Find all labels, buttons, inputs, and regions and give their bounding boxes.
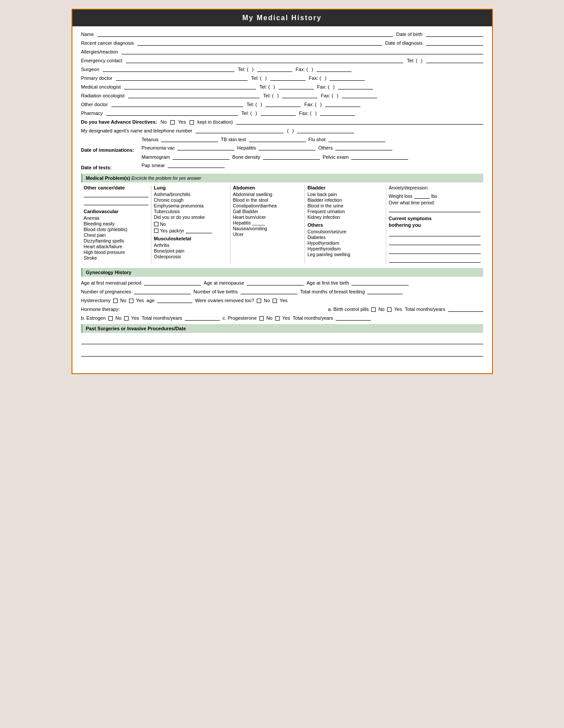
others-imm-field[interactable] bbox=[335, 144, 392, 150]
first-birth-field[interactable] bbox=[352, 279, 409, 285]
hysterectomy-no-checkbox[interactable] bbox=[113, 299, 118, 303]
name-label: Name bbox=[81, 32, 94, 37]
tests-label: Date of tests: bbox=[81, 165, 138, 170]
pneumonia-field[interactable] bbox=[177, 144, 234, 150]
advance-yes-checkbox[interactable] bbox=[190, 120, 194, 125]
cancer-date-2[interactable] bbox=[84, 200, 148, 205]
col-abdomen: Abdomen Abdominal swelling Blood in the … bbox=[230, 185, 305, 264]
emergency-label: Emergency contact bbox=[81, 58, 122, 63]
emergency-field[interactable] bbox=[126, 57, 403, 63]
others-title: Others bbox=[308, 222, 383, 228]
hepatitis-imm-field[interactable] bbox=[259, 144, 316, 150]
advance-yes: Yes bbox=[178, 119, 186, 125]
surgeon-field[interactable] bbox=[103, 66, 234, 72]
menopause-field[interactable] bbox=[247, 279, 304, 285]
msk-item-osteo: Osteoporosis bbox=[154, 254, 227, 259]
birth-total-field[interactable] bbox=[448, 306, 483, 312]
symptom-line-2[interactable] bbox=[389, 238, 481, 245]
hysterectomy-age-field[interactable] bbox=[157, 297, 192, 303]
hysterectomy-yes-checkbox[interactable] bbox=[129, 299, 133, 303]
primary-field[interactable] bbox=[116, 75, 248, 81]
agent-tel-field[interactable] bbox=[297, 127, 354, 133]
tb-label: TB skin test bbox=[221, 137, 246, 142]
birth-no: No bbox=[378, 307, 384, 312]
advance-no: No bbox=[161, 119, 167, 125]
menstrual-field[interactable] bbox=[144, 279, 201, 285]
oncologist-fax-field[interactable] bbox=[338, 83, 373, 89]
symptom-line-4[interactable] bbox=[389, 256, 481, 263]
oncologist-tel-field[interactable] bbox=[279, 83, 314, 89]
blad-item-infection: Bladder infection bbox=[308, 197, 383, 203]
other-fax-field[interactable] bbox=[325, 101, 360, 107]
surgeon-tel-field[interactable] bbox=[257, 66, 292, 72]
page-header: My Medical History bbox=[72, 10, 492, 26]
smoke-block: No Yes pack/yr bbox=[154, 221, 227, 233]
kept-field[interactable] bbox=[236, 118, 483, 125]
oncologist-field[interactable] bbox=[124, 83, 256, 89]
birth-yes-checkbox[interactable] bbox=[387, 307, 392, 312]
ovaries-yes-checkbox[interactable] bbox=[273, 299, 277, 303]
tests-row-2: Pap smear bbox=[142, 162, 483, 168]
weight-loss-field[interactable] bbox=[414, 193, 430, 199]
tb-field[interactable] bbox=[249, 136, 306, 142]
other-tel-field[interactable] bbox=[266, 101, 301, 107]
estrogen-total-field[interactable] bbox=[185, 314, 220, 321]
birth-no-checkbox[interactable] bbox=[371, 307, 376, 312]
ovaries-no-checkbox[interactable] bbox=[257, 299, 261, 303]
smoke-yes-checkbox[interactable] bbox=[154, 228, 158, 233]
smoke-no-checkbox[interactable] bbox=[154, 222, 158, 226]
primary-fax-field[interactable] bbox=[330, 75, 365, 81]
progesterone-yes-checkbox[interactable] bbox=[275, 316, 280, 321]
pharmacy-field[interactable] bbox=[106, 110, 238, 116]
cancer-field[interactable] bbox=[137, 39, 382, 46]
primary-tel-field[interactable] bbox=[270, 75, 305, 81]
advance-no-checkbox[interactable] bbox=[170, 120, 175, 125]
surgeon-fax-field[interactable] bbox=[316, 66, 352, 72]
pelvic-field[interactable] bbox=[351, 153, 408, 160]
surgery-line-2[interactable] bbox=[81, 348, 483, 357]
allergies-row: Allergies/reaction bbox=[81, 48, 483, 54]
abd-item-nausea: Nausea/vomiting bbox=[233, 226, 302, 231]
name-field[interactable] bbox=[97, 31, 393, 37]
smoke-yes-label: Yes bbox=[160, 228, 168, 233]
radiation-field[interactable] bbox=[128, 92, 260, 98]
cancer-date-1[interactable] bbox=[84, 192, 148, 197]
pregnancies-field[interactable] bbox=[134, 288, 191, 294]
emergency-tel-field[interactable] bbox=[426, 57, 483, 63]
time-period-field[interactable] bbox=[389, 207, 481, 212]
cardiovascular-title: Cardiovascular bbox=[84, 209, 148, 214]
oncologist-label: Medical oncologist bbox=[81, 84, 121, 89]
cv-item-hbp: High blood pressure bbox=[84, 250, 148, 255]
allergies-field[interactable] bbox=[122, 48, 483, 54]
pharmacy-fax-field[interactable] bbox=[320, 110, 355, 116]
radiation-fax-field[interactable] bbox=[342, 92, 377, 98]
pap-field[interactable] bbox=[168, 162, 225, 168]
estrogen-yes-checkbox[interactable] bbox=[124, 316, 129, 321]
agent-field[interactable] bbox=[196, 127, 284, 133]
radiation-tel-field[interactable] bbox=[282, 92, 317, 98]
symptom-line-1[interactable] bbox=[389, 229, 481, 236]
symptom-line-3[interactable] bbox=[389, 247, 481, 254]
flu-field[interactable] bbox=[328, 136, 385, 142]
dob-field[interactable] bbox=[426, 31, 483, 37]
pack-field[interactable] bbox=[186, 228, 212, 233]
progesterone-no-checkbox[interactable] bbox=[259, 316, 264, 321]
abd-item-hepatitis: Hepatitis _____ bbox=[233, 220, 302, 225]
problems-grid: Other cancer/date Cardiovascular Anemia … bbox=[81, 185, 483, 264]
tetanus-field[interactable] bbox=[161, 136, 218, 142]
estrogen-no-checkbox[interactable] bbox=[108, 316, 113, 321]
dod-field[interactable] bbox=[426, 39, 483, 46]
mammogram-field[interactable] bbox=[172, 153, 230, 160]
pharmacy-tel-field[interactable] bbox=[261, 110, 296, 116]
live-births-label: Number of live births bbox=[194, 289, 238, 294]
immunizations-block: Tetanus TB skin test Flu shot Pneumonia … bbox=[142, 136, 483, 153]
bone-field[interactable] bbox=[263, 153, 320, 160]
breast-feeding-field[interactable] bbox=[367, 288, 402, 294]
progesterone-total-field[interactable] bbox=[336, 314, 371, 321]
other-doctor-label: Other doctor bbox=[81, 102, 108, 107]
medical-problems-subtitle: Encircle the problem for yes answer bbox=[131, 176, 201, 181]
surgery-line-1[interactable] bbox=[81, 335, 483, 344]
other-doctor-field[interactable] bbox=[111, 101, 243, 107]
live-births-field[interactable] bbox=[241, 288, 298, 294]
cancer-row: Recent cancer diagnosis Date of diagnosi… bbox=[81, 39, 483, 46]
